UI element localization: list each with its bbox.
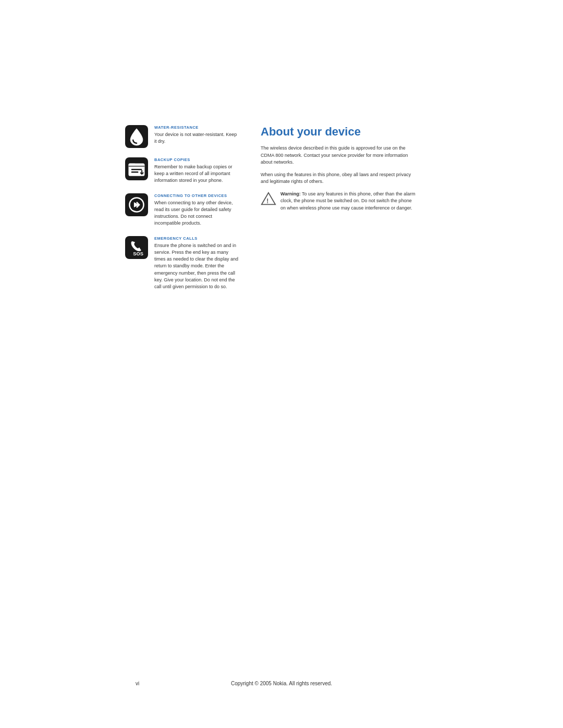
emergency-title: EMERGENCY CALLS [154, 236, 240, 241]
connecting-body: When connecting to any other device, rea… [154, 200, 240, 227]
emergency-text: EMERGENCY CALLS Ensure the phone is swit… [154, 236, 240, 290]
safety-item-connecting: CONNECTING TO OTHER DEVICES When connect… [125, 193, 240, 227]
safety-item-water: WATER-RESISTANCE Your device is not wate… [125, 125, 240, 148]
water-resistance-body: Your device is not water-resistant. Keep… [154, 131, 240, 145]
svg-rect-3 [131, 171, 139, 173]
warning-label: Warning: [280, 191, 301, 196]
page-number: vi [136, 681, 139, 686]
footer: vi Copyright © 2005 Nokia. All rights re… [0, 681, 563, 686]
backup-copies-icon [125, 157, 148, 180]
connecting-icon [125, 193, 148, 216]
safety-item-backup: BACKUP COPIES Remember to make backup co… [125, 157, 240, 184]
water-resistance-title: WATER-RESISTANCE [154, 125, 240, 130]
backup-copies-body: Remember to make backup copies or keep a… [154, 164, 240, 184]
safety-item-emergency: SOS EMERGENCY CALLS Ensure the phone is … [125, 236, 240, 290]
about-device-title: About your device [261, 125, 417, 139]
emergency-icon: SOS [125, 236, 148, 259]
water-resistance-icon [125, 125, 148, 148]
svg-rect-1 [129, 164, 136, 166]
svg-text:!: ! [266, 197, 268, 204]
backup-copies-title: BACKUP COPIES [154, 157, 240, 162]
connecting-text: CONNECTING TO OTHER DEVICES When connect… [154, 193, 240, 227]
warning-triangle-icon: ! [261, 192, 276, 205]
backup-copies-text: BACKUP COPIES Remember to make backup co… [154, 157, 240, 184]
warning-text: Warning: To use any features in this pho… [280, 191, 417, 212]
svg-rect-2 [131, 169, 142, 170]
safety-items-column: WATER-RESISTANCE Your device is not wate… [125, 125, 240, 290]
copyright-text: Copyright © 2005 Nokia. All rights reser… [0, 681, 563, 686]
water-resistance-text: WATER-RESISTANCE Your device is not wate… [154, 125, 240, 145]
about-device-section: About your device The wireless device de… [261, 125, 417, 290]
about-device-para1: The wireless device described in this gu… [261, 145, 417, 166]
connecting-title: CONNECTING TO OTHER DEVICES [154, 193, 240, 198]
about-device-para2: When using the features in this phone, o… [261, 171, 417, 186]
emergency-body: Ensure the phone is switched on and in s… [154, 242, 240, 290]
warning-box: ! Warning: To use any features in this p… [261, 191, 417, 212]
warning-body: To use any features in this phone, other… [280, 191, 415, 211]
svg-text:SOS: SOS [133, 252, 143, 257]
